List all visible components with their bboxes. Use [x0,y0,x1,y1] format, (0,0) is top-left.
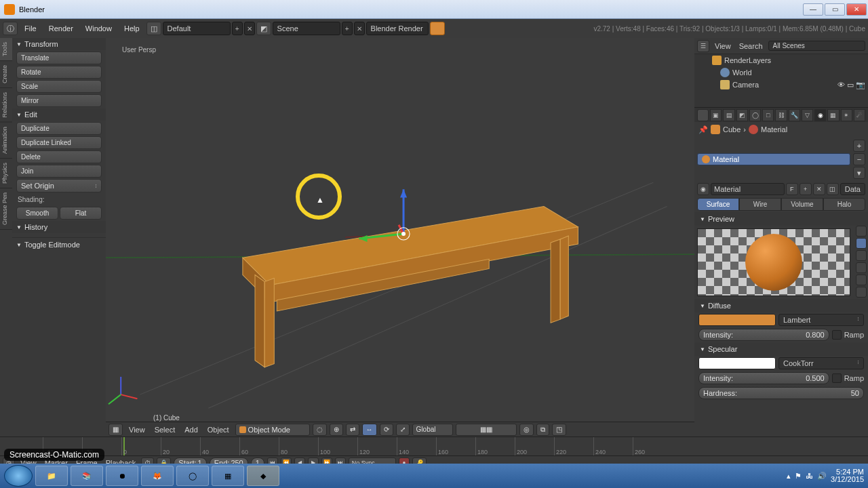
material-slot[interactable]: Material [697,153,850,165]
layout-dropdown[interactable]: Default [163,22,231,35]
preview-flat-icon[interactable] [856,226,867,237]
taskbar-firefox-icon[interactable]: 🦊 [141,466,174,486]
manipulator-scale-icon[interactable]: ⤢ [396,424,410,436]
menu-render[interactable]: Render [43,19,79,38]
panel-edit[interactable]: Edit [12,108,106,121]
scene-dropdown[interactable]: Scene [273,22,340,35]
tab-modifiers[interactable]: 🔧 [789,109,800,121]
start-button[interactable] [4,465,33,487]
panel-preview[interactable]: Preview [694,212,868,226]
tray-volume-icon[interactable]: 🔊 [817,472,827,481]
viewport-shading-icon[interactable]: ◌ [313,424,327,436]
tab-scene[interactable]: ◩ [736,109,748,121]
translate-button[interactable]: Translate [16,52,102,64]
outliner-view-menu[interactable]: View [712,42,734,50]
taskbar-recorder-icon[interactable]: ⏺ [106,466,138,486]
render-engine-dropdown[interactable]: Blender Render [366,22,429,35]
scale-button[interactable]: Scale [16,80,102,93]
tab-physics[interactable]: Physics [0,159,12,188]
orientation-dropdown[interactable]: Global [412,424,453,436]
taskbar-explorer-icon[interactable]: 📁 [35,466,68,486]
shade-smooth-button[interactable]: Smooth [16,207,58,220]
duplicate-button[interactable]: Duplicate [16,122,102,135]
layout-add-button[interactable]: + [232,22,243,35]
layout-browse-icon[interactable]: ◫ [146,22,161,35]
tab-animation[interactable]: Animation [0,123,12,159]
panel-history[interactable]: History [12,221,106,233]
select-menu[interactable]: Select [151,426,179,434]
scene-browse-icon[interactable]: ◩ [256,22,271,35]
scene-add-button[interactable]: + [342,22,353,35]
material-slot-menu[interactable]: ▾ [853,167,865,179]
tray-flag-icon[interactable]: ⚑ [795,472,802,481]
preview-sky-icon[interactable] [856,287,867,298]
menu-file[interactable]: File [19,19,42,38]
properties-editor-icon[interactable] [697,109,709,121]
tab-material[interactable]: ◉ [814,109,826,121]
specular-model-dropdown[interactable]: CookTorr [778,357,864,369]
tab-create[interactable]: Create [0,61,12,88]
specular-color[interactable] [698,357,776,369]
outliner-row-renderlayers[interactable]: RenderLayers [694,54,868,66]
pivot-icon[interactable]: ⊕ [330,424,343,436]
tab-physics[interactable]: ☄ [854,109,865,121]
tab-texture[interactable]: ▦ [827,109,839,121]
tab-particles[interactable]: ✶ [841,109,852,121]
tab-render[interactable]: ▣ [710,109,722,121]
mode-dropdown[interactable]: Object Mode [235,424,310,436]
toggle-editmode[interactable]: Toggle Editmode [12,237,106,251]
maximize-button[interactable]: ▭ [825,3,845,16]
tab-greasepencil[interactable]: Grease Pen [0,188,12,230]
tray-up-icon[interactable]: ▴ [787,472,791,481]
tray-network-icon[interactable]: 🖧 [806,472,813,480]
mattab-halo[interactable]: Halo [823,198,865,211]
menu-window[interactable]: Window [80,19,117,38]
render-preview-icon[interactable]: ◳ [552,424,566,436]
menu-help[interactable]: Help [119,19,145,38]
outliner-search-menu[interactable]: Search [736,42,766,50]
material-slot-remove[interactable]: − [853,153,865,165]
join-button[interactable]: Join [16,165,102,178]
outliner-row-world[interactable]: World [694,66,868,79]
layers-grid[interactable]: ▦▦ [456,424,517,436]
outliner-editor-icon[interactable]: ☰ [697,40,709,52]
preview-hair-icon[interactable] [856,274,867,285]
diffuse-ramp-check[interactable] [832,330,842,340]
snap-icon[interactable]: ⧉ [536,424,549,436]
tab-data[interactable]: ▽ [802,109,813,121]
material-fake-user[interactable]: F [786,183,798,195]
selectable-icon[interactable]: ▭ [847,81,854,89]
taskbar-chrome-icon[interactable]: ◯ [176,466,209,486]
outliner-filter-dropdown[interactable]: All Scenes [768,41,865,51]
taskbar-blender-icon[interactable]: ◆ [247,466,279,486]
material-nodes-icon[interactable]: ◫ [827,183,839,195]
material-link-dropdown[interactable]: Data [840,183,865,195]
material-new[interactable]: + [800,183,812,195]
scene-remove-button[interactable]: ✕ [354,22,365,35]
specular-hardness[interactable]: Hardness:50 [698,387,864,399]
mattab-volume[interactable]: Volume [781,198,823,211]
diffuse-color[interactable] [698,314,776,326]
material-slot-add[interactable]: + [853,140,865,152]
outliner-row-camera[interactable]: Camera👁▭📷 [694,79,868,91]
preview-sphere-icon[interactable] [856,238,867,249]
outliner[interactable]: RenderLayers World Camera👁▭📷 [694,54,868,107]
tab-constraints[interactable]: ⛓ [775,109,787,121]
rotate-button[interactable]: Rotate [16,66,102,79]
editor-type-icon[interactable]: ⓘ [3,22,18,35]
material-browse-icon[interactable]: ◉ [697,183,709,195]
taskbar-app-icon[interactable]: ▦ [212,466,244,486]
preview-monkey-icon[interactable] [856,262,867,273]
breadcrumb-material[interactable]: Material [761,125,787,134]
tab-renderlayers[interactable]: ▤ [723,109,734,121]
panel-diffuse[interactable]: Diffuse [694,299,868,312]
minimize-button[interactable]: — [803,3,823,16]
add-menu[interactable]: Add [181,426,201,434]
mirror-button[interactable]: Mirror [16,94,102,107]
viewport-3d[interactable]: User Persp [106,38,694,436]
manipulator-translate-icon[interactable]: ↔ [362,424,377,436]
view-menu[interactable]: View [125,426,149,434]
visibility-icon[interactable]: 👁 [837,81,845,89]
object-menu[interactable]: Object [204,426,233,434]
diffuse-model-dropdown[interactable]: Lambert [778,314,864,326]
